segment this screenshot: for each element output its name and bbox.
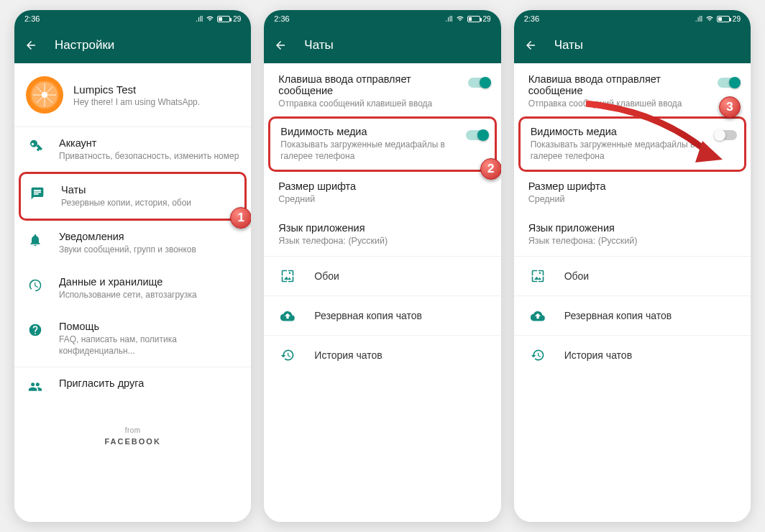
font-size-sub: Средний (528, 193, 739, 206)
settings-notifications[interactable]: Уведомления Звуки сообщений, групп и зво… (14, 221, 251, 265)
app-lang-setting[interactable]: Язык приложения Язык телефона: (Русский) (278, 214, 489, 256)
settings-help[interactable]: Помощь FAQ, написать нам, политика конфи… (14, 311, 251, 367)
font-size-setting[interactable]: Размер шрифта Средний (528, 172, 739, 214)
data-icon (27, 278, 43, 293)
app-bar-title: Чаты (304, 38, 333, 52)
back-icon[interactable] (24, 39, 37, 52)
enter-key-toggle[interactable] (718, 78, 739, 88)
enter-key-sub: Отправка сообщений клавишей ввода (528, 98, 702, 109)
chats-content: Клавиша ввода отправляет сообщение Отпра… (264, 63, 500, 522)
media-vis-title: Видимость медиа (280, 126, 449, 137)
bell-icon (27, 232, 43, 248)
font-size-title: Размер шрифта (528, 180, 739, 192)
status-icons: .ıll 29 (695, 15, 741, 23)
chat-icon (29, 185, 45, 201)
avatar (26, 76, 63, 114)
status-time: 2:36 (274, 14, 289, 23)
app-lang-setting[interactable]: Язык приложения Язык телефона: (Русский) (528, 214, 739, 256)
history-icon (530, 347, 546, 363)
media-vis-toggle-off[interactable] (715, 130, 737, 140)
back-icon[interactable] (274, 39, 287, 52)
highlight-media-vis: Видимость медиа Показывать загруженные м… (268, 116, 496, 171)
chats-content: Клавиша ввода отправляет сообщение Отпра… (514, 63, 751, 522)
settings-chats[interactable]: Чаты Резервные копии, история, обои (21, 174, 244, 219)
app-bar: Чаты (514, 27, 751, 63)
invite-title: Пригласить друга (59, 377, 239, 389)
help-icon (27, 322, 43, 338)
font-size-sub: Средний (278, 193, 489, 206)
wallpaper-label: Обои (564, 270, 590, 282)
step-badge-1: 1 (230, 207, 251, 229)
highlight-media-vis-off: Видимость медиа Показывать загруженные м… (518, 116, 746, 171)
wallpaper-row[interactable]: Обои (264, 257, 500, 295)
backup-label: Резервная копия чатов (564, 310, 672, 321)
wallpaper-label: Обои (314, 270, 339, 282)
app-bar: Чаты (264, 27, 500, 63)
profile-row[interactable]: Lumpics Test Hey there! I am using Whats… (14, 63, 251, 127)
enter-key-setting[interactable]: Клавиша ввода отправляет сообщение Отпра… (514, 63, 751, 116)
status-icons: .ıll 29 (196, 15, 241, 23)
wallpaper-row[interactable]: Обои (514, 257, 751, 295)
app-bar: Настройки (14, 27, 251, 63)
phone-screen-chats-off: 2:36 .ıll 29 Чаты Клавиша ввода отправля… (514, 10, 751, 522)
data-sub: Использование сети, автозагрузка (59, 289, 239, 301)
enter-key-toggle[interactable] (468, 78, 490, 88)
app-lang-title: Язык приложения (278, 222, 489, 234)
app-bar-title: Чаты (554, 38, 583, 52)
status-bar: 2:36 .ıll 29 (264, 10, 500, 27)
status-time: 2:36 (524, 14, 539, 23)
media-visibility-setting[interactable]: Видимость медиа Показывать загруженные м… (521, 119, 744, 169)
svg-point-6 (42, 92, 47, 98)
app-lang-title: Язык приложения (528, 222, 739, 234)
profile-status: Hey there! I am using WhatsApp. (73, 97, 239, 107)
enter-key-sub: Отправка сообщений клавишей ввода (278, 98, 452, 109)
font-size-title: Размер шрифта (278, 180, 489, 192)
app-lang-sub: Язык телефона: (Русский) (528, 235, 739, 247)
chats-sub: Резервные копии, история, обои (61, 197, 237, 208)
media-vis-sub: Показывать загруженные медиафайлы в гале… (531, 139, 700, 162)
media-vis-toggle-on[interactable] (466, 130, 487, 140)
settings-data[interactable]: Данные и хранилище Использование сети, а… (14, 266, 251, 311)
settings-content: Lumpics Test Hey there! I am using Whats… (14, 63, 251, 522)
font-size-setting[interactable]: Размер шрифта Средний (278, 172, 489, 214)
backup-row[interactable]: Резервная копия чатов (264, 296, 500, 335)
history-row[interactable]: История чатов (514, 336, 751, 375)
backup-label: Резервная копия чатов (314, 310, 422, 321)
highlight-chats: Чаты Резервные копии, история, обои 1 (19, 172, 247, 221)
data-title: Данные и хранилище (59, 276, 239, 288)
cloud-icon (280, 308, 296, 324)
notifications-sub: Звуки сообщений, групп и звонков (59, 244, 239, 255)
profile-name: Lumpics Test (73, 83, 239, 96)
status-time: 2:36 (24, 14, 40, 23)
history-label: История чатов (314, 349, 382, 361)
history-icon (280, 347, 296, 363)
status-bar: 2:36 .ıll 29 (514, 10, 751, 27)
phone-screen-chats-on: 2:36 .ıll 29 Чаты Клавиша ввода отправля… (264, 10, 500, 522)
help-title: Помощь (59, 321, 239, 332)
wallpaper-icon (530, 268, 546, 284)
media-vis-sub: Показывать загруженные медиафайлы в гале… (280, 139, 449, 162)
from-label: from (14, 426, 251, 434)
step-badge-3: 3 (719, 96, 741, 118)
account-title: Аккаунт (59, 137, 239, 149)
back-icon[interactable] (524, 39, 537, 52)
status-icons: .ıll 29 (446, 15, 491, 23)
history-row[interactable]: История чатов (264, 336, 500, 375)
account-sub: Приватность, безопасность, изменить номе… (59, 150, 239, 162)
app-lang-sub: Язык телефона: (Русский) (278, 235, 489, 247)
enter-key-setting[interactable]: Клавиша ввода отправляет сообщение Отпра… (264, 63, 500, 116)
backup-row[interactable]: Резервная копия чатов (514, 296, 751, 335)
settings-invite[interactable]: Пригласить друга (14, 367, 251, 405)
key-icon (27, 139, 43, 155)
media-visibility-setting[interactable]: Видимость медиа Показывать загруженные м… (270, 119, 494, 169)
people-icon (27, 379, 43, 395)
cloud-icon (530, 308, 546, 324)
step-badge-2: 2 (480, 158, 501, 180)
notifications-title: Уведомления (59, 231, 239, 242)
history-label: История чатов (564, 349, 632, 361)
phone-screen-settings: 2:36 .ıll 29 Настройки (14, 10, 251, 522)
facebook-label: FACEBOOK (14, 437, 251, 446)
settings-account[interactable]: Аккаунт Приватность, безопасность, измен… (14, 127, 251, 172)
media-vis-title: Видимость медиа (531, 126, 700, 137)
status-bar: 2:36 .ıll 29 (14, 10, 251, 27)
